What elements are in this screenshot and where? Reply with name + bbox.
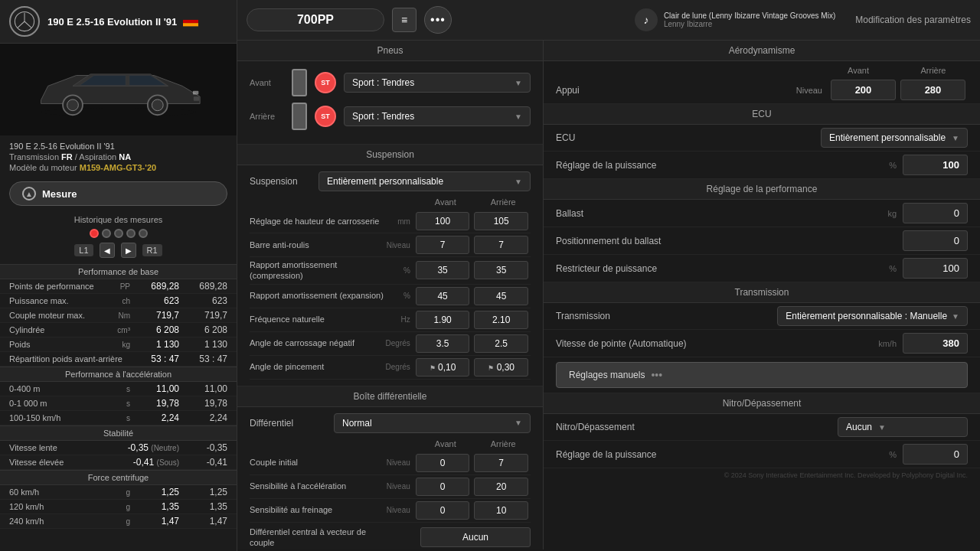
puissance-input[interactable]: 100 — [903, 155, 968, 175]
dots-button[interactable]: ••• — [424, 6, 452, 34]
restricteur-unit: % — [889, 264, 897, 273]
svg-rect-13 — [193, 96, 198, 101]
ballast-input[interactable]: 0 — [903, 203, 968, 223]
hauteur-arriere-input[interactable]: 105 — [474, 212, 528, 230]
car-header: 190 E 2.5-16 Evolution II '91 — [0, 0, 237, 44]
amort-exp-avant-input[interactable]: 45 — [416, 287, 470, 305]
history-dots — [9, 229, 227, 238]
ecu-puissance-row: Réglage de la puissance % 100 — [544, 152, 980, 179]
suspension-col-headers: Avant Arrière — [250, 197, 531, 207]
tire-avant-select[interactable]: Sport : Tendres ▼ — [344, 73, 531, 93]
susp-param-freq: Fréquence naturelle Hz 1.90 2.10 — [250, 308, 531, 332]
suspension-type-select[interactable]: Entièrement personnalisable ▼ — [318, 171, 531, 191]
diff-param-couple: Couple initial Niveau 0 7 — [250, 452, 531, 475]
suspension-section-title: Suspension — [237, 145, 543, 165]
diff-col-avant: Avant — [418, 439, 473, 448]
hauteur-avant-input[interactable]: 100 — [416, 212, 470, 230]
stats-force-title: Force centrifuge — [0, 470, 237, 485]
nitro-type-select[interactable]: Aucun ▼ — [838, 417, 968, 437]
settings-text: Modification des paramètres — [855, 15, 971, 25]
couple-arriere-input[interactable]: 7 — [474, 454, 528, 472]
history-dot-5[interactable] — [139, 229, 148, 238]
carrossage-avant-input[interactable]: 3.5 — [416, 334, 470, 353]
german-flag — [183, 16, 198, 27]
freq-arriere-input[interactable]: 2.10 — [474, 311, 528, 329]
susp-header: Suspension Entièrement personnalisable ▼ — [250, 171, 531, 191]
sens-accel-avant-input[interactable]: 0 — [416, 478, 470, 496]
history-nav: L1 ◀ ▶ R1 — [9, 243, 227, 258]
tire-avant-icon — [292, 69, 307, 96]
stat-row-weight: Poids kg 1 130 1 130 — [0, 337, 237, 352]
amort-comp-arriere-input[interactable]: 35 — [474, 261, 528, 279]
pincement-avant-input[interactable]: ⚑ 0,10 — [416, 358, 470, 377]
ecu-type-select[interactable]: Entièrement personnalisable ▼ — [821, 128, 968, 148]
couple-avant-input[interactable]: 0 — [416, 454, 470, 472]
nav-next-button[interactable]: ▶ — [121, 243, 136, 258]
carrossage-arriere-input[interactable]: 2.5 — [474, 334, 528, 353]
sens-frein-avant-input[interactable]: 0 — [416, 501, 470, 520]
vitesse-label: Vitesse de pointe (Automatique) — [556, 338, 878, 349]
stat-row-power: Puissance max. ch 623 623 — [0, 294, 237, 308]
top-bar: 700PP ≡ ••• ♪ Clair de lune (Lenny Ibiza… — [237, 0, 980, 41]
trans-type-select[interactable]: Entièrement personnalisable : Manuelle ▼ — [777, 306, 968, 326]
diff-type-select[interactable]: Normal ▼ — [334, 413, 531, 433]
music-title: Clair de lune (Lenny Ibizarre Vintage Gr… — [664, 11, 835, 20]
tires-area: Avant ST Sport : Tendres ▼ Arrière ST Sp… — [237, 61, 543, 145]
diff-label: Différentiel — [250, 418, 326, 429]
manual-dots-icon: ••• — [651, 369, 662, 381]
stats-area: Performance de base Points de performanc… — [0, 264, 237, 551]
history-dot-3[interactable] — [114, 229, 123, 238]
trans-type-row: Transmission Entièrement personnalisable… — [544, 303, 980, 330]
trans-manual-row: Réglages manuels ••• — [544, 357, 980, 393]
car-engine: Modèle du moteur M159-AMG-GT3-'20 — [9, 163, 227, 172]
susp-col-arriere: Arrière — [476, 197, 531, 207]
history-dot-active[interactable] — [90, 229, 99, 238]
history-dot-4[interactable] — [126, 229, 136, 238]
music-area: ♪ Clair de lune (Lenny Ibizarre Vintage … — [635, 8, 835, 31]
ecu-dropdown-arrow: ▼ — [952, 134, 959, 142]
content-area: Pneus Avant ST Sport : Tendres ▼ Arrière… — [237, 41, 980, 549]
history-dot-2[interactable] — [102, 229, 111, 238]
barre-arriere-input[interactable]: 7 — [474, 236, 528, 254]
sens-frein-arriere-input[interactable]: 10 — [474, 501, 528, 520]
pos-ballast-label: Positionnement du ballast — [556, 236, 897, 246]
trans-vitesse-row: Vitesse de pointe (Automatique) km/h 380 — [544, 330, 980, 357]
restricteur-input[interactable]: 100 — [903, 258, 968, 279]
appui-arriere-input[interactable]: 280 — [900, 80, 965, 100]
diff-area: Différentiel Normal ▼ Avant Arrière Coup… — [237, 407, 543, 549]
manual-settings-button[interactable]: Réglages manuels ••• — [556, 362, 968, 388]
freq-avant-input[interactable]: 1.90 — [416, 311, 470, 329]
svg-rect-4 — [183, 17, 198, 20]
menu-icon-button[interactable]: ≡ — [392, 8, 416, 32]
barre-avant-input[interactable]: 7 — [416, 236, 470, 254]
nitro-puissance-input[interactable]: 0 — [903, 444, 968, 465]
main-content: 700PP ≡ ••• ♪ Clair de lune (Lenny Ibiza… — [237, 0, 980, 551]
stat-row-distribution: Répartition poids avant-arrière 53 : 47 … — [0, 352, 237, 367]
sens-accel-arriere-input[interactable]: 20 — [474, 478, 528, 496]
stats-base-title: Performance de base — [0, 264, 237, 279]
diff-header: Différentiel Normal ▼ — [250, 413, 531, 433]
perf-restricteur-row: Restricteur de puissance % 100 — [544, 255, 980, 282]
svg-rect-12 — [192, 91, 198, 95]
appui-avant-input[interactable]: 200 — [831, 80, 896, 100]
vitesse-input[interactable]: 380 — [903, 333, 968, 354]
ecu-label: ECU — [556, 132, 821, 143]
nitro-puissance-row: Réglage de la puissance % 0 — [544, 441, 980, 468]
pp-bar: 700PP — [247, 8, 384, 31]
stat-row-pp: Points de performance PP 689,28 689,28 — [0, 279, 237, 294]
left-panel: 190 E 2.5-16 Evolution II '91 — [0, 0, 237, 551]
diff-section-title: Boîte différentielle — [237, 386, 543, 407]
svg-rect-6 — [183, 23, 198, 26]
stats-stabilite-title: Stabilité — [0, 425, 237, 441]
amort-exp-arriere-input[interactable]: 45 — [474, 287, 528, 305]
tire-arriere-label: Arrière — [250, 112, 284, 121]
susp-dropdown-arrow: ▼ — [514, 178, 522, 186]
svg-point-9 — [67, 99, 78, 111]
pos-ballast-input[interactable]: 0 — [903, 230, 968, 251]
pincement-arriere-input[interactable]: ⚑ 0,30 — [474, 358, 528, 377]
nav-prev-button[interactable]: ◀ — [100, 243, 115, 258]
amort-comp-avant-input[interactable]: 35 — [416, 261, 470, 279]
tire-arriere-select[interactable]: Sport : Tendres ▼ — [344, 106, 531, 126]
tire-arriere-badge: ST — [315, 106, 336, 127]
mesure-button[interactable]: ▲ Mesure — [9, 181, 227, 206]
